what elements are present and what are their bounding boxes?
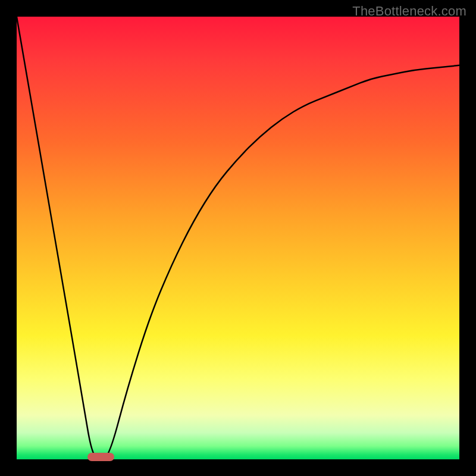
bottleneck-marker [87,453,114,461]
plot-area [17,17,459,459]
bottleneck-curve [17,17,459,459]
watermark-text: TheBottleneck.com [352,4,466,19]
chart-frame: TheBottleneck.com [0,0,476,476]
